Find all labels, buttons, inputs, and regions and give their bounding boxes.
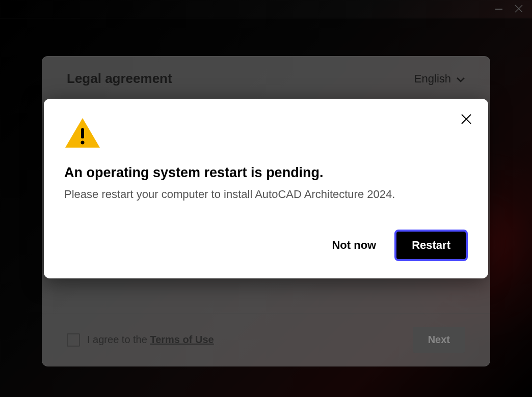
modal-actions: Not now Restart: [64, 230, 468, 261]
title-bar: [0, 0, 532, 18]
chevron-down-icon: [456, 72, 465, 86]
not-now-button[interactable]: Not now: [332, 239, 376, 252]
terms-of-use-link[interactable]: Terms of Use: [150, 334, 214, 345]
next-button[interactable]: Next: [413, 327, 465, 353]
minimize-icon[interactable]: [495, 9, 502, 10]
agree-checkbox[interactable]: [67, 333, 80, 347]
agree-prefix: I agree to the: [87, 334, 150, 345]
language-label: English: [414, 72, 451, 86]
restart-button[interactable]: Restart: [394, 230, 468, 261]
agree-row: I agree to the Terms of Use: [67, 333, 214, 347]
svg-rect-5: [81, 128, 84, 138]
window-frame: Legal agreement English I agree to the T…: [0, 0, 532, 397]
installer-header: Legal agreement English: [42, 56, 490, 98]
language-selector[interactable]: English: [414, 72, 465, 86]
warning-icon: [64, 117, 468, 151]
installer-footer: I agree to the Terms of Use Next: [42, 313, 490, 366]
restart-modal: An operating system restart is pending. …: [44, 99, 488, 278]
close-icon[interactable]: [461, 113, 472, 127]
modal-body: Please restart your computer to install …: [64, 188, 468, 201]
page-title: Legal agreement: [67, 71, 172, 87]
modal-heading: An operating system restart is pending.: [64, 165, 468, 181]
window-close-icon[interactable]: [515, 4, 523, 14]
svg-point-6: [81, 141, 85, 145]
agree-text: I agree to the Terms of Use: [87, 334, 214, 346]
